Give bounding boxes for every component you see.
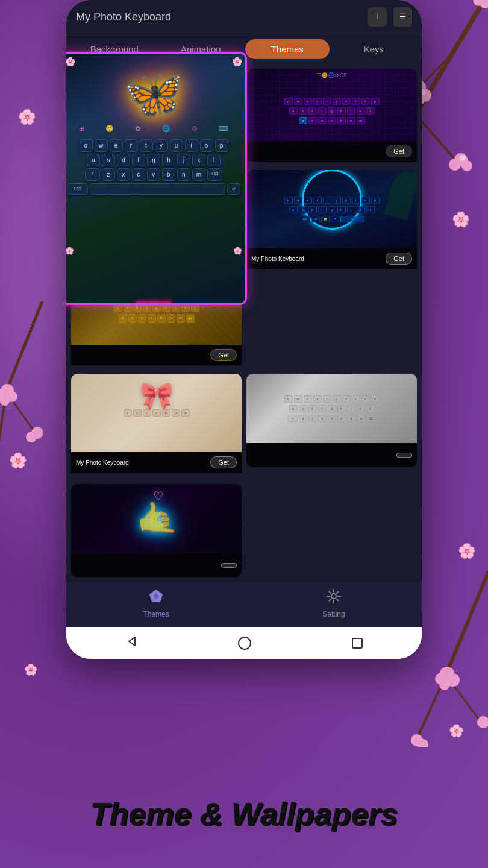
nav-themes-label: Themes: [143, 610, 169, 618]
app-title: My Photo Keyboard: [76, 11, 171, 24]
keyboard-butterfly-featured[interactable]: 🦋 🌸 🌸 🌸 🌸 ⊞ 😊 ✿ 🌐 ⚙: [66, 52, 247, 305]
svg-line-51: [337, 591, 339, 593]
svg-line-2: [416, 115, 458, 163]
phone: My Photo Keyboard T ☰ Background Animati…: [66, 0, 422, 659]
phone-screen: My Photo Keyboard T ☰ Background Animati…: [66, 0, 422, 627]
nav-home-btn[interactable]: [238, 637, 251, 650]
keyboard-silver[interactable]: qwertyuiop asdfghjkl ⇧zxcvbnm⌫: [246, 374, 417, 467]
gift-get-btn[interactable]: Get: [210, 456, 237, 468]
header-icon-menu[interactable]: ☰: [393, 7, 412, 27]
svg-point-30: [26, 432, 37, 442]
petal-5: 🌸: [24, 663, 37, 676]
svg-point-11: [449, 159, 461, 171]
keyboard-grid: ☰ 😊 🌐 ⚙ ⌫ qwertyuiop: [66, 64, 422, 582]
svg-point-37: [439, 679, 450, 690]
gold-get-btn[interactable]: Get: [210, 349, 237, 361]
keyboard-gift[interactable]: 🎀 zxcvbnm My Photo Keyboard Get: [71, 374, 242, 479]
neon-blue-get-btn[interactable]: Get: [386, 253, 412, 265]
keyboard-neon-purple[interactable]: ☰ 😊 🌐 ⚙ ⌫ qwertyuiop asdfghjkl: [246, 69, 417, 165]
header-icon-translate[interactable]: T: [368, 7, 387, 27]
svg-point-10: [461, 160, 472, 171]
svg-line-22: [6, 301, 42, 392]
nav-recent-btn[interactable]: [352, 638, 363, 649]
petal-4: 🌸: [458, 542, 476, 559]
main-title: Theme & Wallpapers: [0, 796, 488, 832]
app-header: My Photo Keyboard T ☰: [66, 0, 422, 34]
flower-corner-tl: 🌸: [66, 57, 75, 66]
header-icons: T ☰: [368, 7, 412, 27]
butterfly-icon: 🦋: [124, 66, 184, 122]
svg-line-50: [329, 599, 331, 601]
svg-line-31: [446, 573, 488, 675]
svg-point-42: [154, 594, 158, 599]
svg-point-28: [0, 396, 10, 406]
petal-3: 🌸: [9, 452, 27, 469]
nav-setting[interactable]: Setting: [322, 588, 345, 618]
svg-marker-52: [129, 637, 135, 646]
tab-themes[interactable]: Themes: [245, 39, 330, 59]
keyboard-neon-blue[interactable]: qwertyuiop asdfghjkl 123☰😊✦ ↵: [246, 170, 417, 275]
petal-2: 🌸: [452, 211, 470, 228]
setting-icon: [326, 588, 342, 608]
bottom-text-area: Theme & Wallpapers: [0, 796, 488, 832]
keyboard-neon-heart[interactable]: 🤙 ♡ ☰ 😊 🌐 ⚙: [71, 484, 242, 577]
svg-point-43: [331, 594, 336, 599]
petal-1: 🌸: [18, 108, 36, 125]
flower-corner-tr: 🌸: [232, 57, 242, 66]
silver-get-btn[interactable]: [396, 453, 412, 458]
bottom-nav: Themes: [66, 582, 422, 627]
neon-blue-kb-label: My Photo Keyboard: [251, 256, 304, 262]
petal-6: 🌸: [449, 723, 464, 738]
tab-keys[interactable]: Keys: [332, 39, 416, 59]
svg-line-48: [329, 591, 331, 593]
nav-themes[interactable]: Themes: [143, 588, 169, 618]
android-nav: [66, 627, 422, 659]
nav-back-btn[interactable]: [125, 635, 137, 650]
svg-point-20: [460, 155, 466, 161]
gift-kb-label: My Photo Keyboard: [76, 459, 129, 466]
themes-icon: [148, 588, 164, 608]
nav-setting-label: Setting: [322, 610, 345, 618]
neon-heart-get-btn[interactable]: [221, 563, 237, 568]
phone-body: My Photo Keyboard T ☰ Background Animati…: [66, 0, 422, 659]
svg-line-49: [337, 599, 339, 601]
neon-purple-get-btn[interactable]: Get: [386, 145, 412, 157]
